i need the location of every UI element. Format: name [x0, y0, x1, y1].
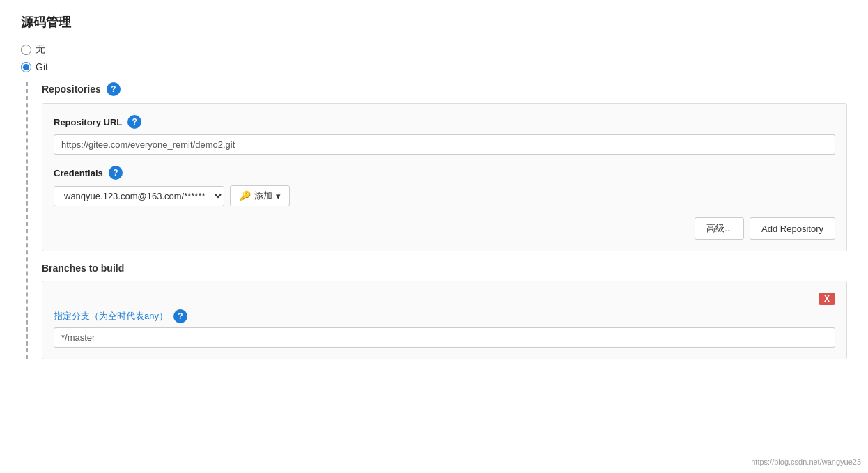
repository-url-group: Repository URL ?	[54, 115, 835, 155]
add-credentials-button[interactable]: 🔑 添加 ▾	[230, 185, 290, 206]
radio-git-label: Git	[36, 61, 48, 72]
repositories-help-icon[interactable]: ?	[107, 82, 121, 96]
radio-item-none[interactable]: 无	[21, 43, 847, 56]
branch-input[interactable]	[54, 327, 835, 348]
page-title: 源码管理	[21, 14, 847, 31]
repository-url-help-icon[interactable]: ?	[127, 115, 141, 129]
credentials-row: wanqyue.123.com@163.com/****** 🔑 添加 ▾	[54, 185, 835, 206]
scm-config-container: Repositories ? Repository URL ?	[26, 82, 847, 359]
branches-container: Branches to build X 指定分支（为空时代表any） ?	[42, 263, 847, 359]
radio-group: 无 Git	[21, 43, 847, 72]
add-repository-button[interactable]: Add Repository	[750, 217, 835, 240]
repositories-title: Repositories	[42, 84, 101, 95]
branch-remove-row: X	[54, 293, 835, 305]
repository-url-label-row: Repository URL ?	[54, 115, 835, 129]
radio-item-git[interactable]: Git	[21, 61, 847, 72]
credentials-help-icon[interactable]: ?	[109, 166, 123, 180]
branches-header: Branches to build	[42, 263, 847, 274]
repositories-container: Repositories ? Repository URL ?	[42, 82, 847, 251]
repository-card: Repository URL ? Credentials ?	[42, 103, 847, 251]
branch-help-icon[interactable]: ?	[173, 309, 187, 323]
branch-card-body: X 指定分支（为空时代表any） ?	[42, 281, 846, 359]
add-credentials-label: 添加	[254, 189, 272, 202]
credentials-label: Credentials	[54, 168, 103, 178]
repository-card-body: Repository URL ? Credentials ?	[42, 104, 846, 251]
radio-git[interactable]	[21, 62, 31, 72]
dropdown-arrow-icon: ▾	[276, 191, 281, 201]
credentials-group: Credentials ? wanqyue.123.com@163.com/**…	[54, 166, 835, 206]
repository-url-input[interactable]	[54, 134, 835, 155]
credentials-label-row: Credentials ?	[54, 166, 835, 180]
watermark: https://blog.csdn.net/wangyue23	[751, 458, 861, 466]
radio-none-label: 无	[36, 43, 45, 56]
branches-title: Branches to build	[42, 263, 124, 274]
repository-url-label: Repository URL	[54, 117, 122, 127]
credentials-select[interactable]: wanqyue.123.com@163.com/******	[54, 186, 224, 206]
repositories-header: Repositories ?	[42, 82, 847, 96]
branch-label-row: 指定分支（为空时代表any） ?	[54, 309, 835, 323]
repo-actions-row: 高级... Add Repository	[54, 217, 835, 240]
radio-none[interactable]	[21, 45, 31, 55]
branch-label: 指定分支（为空时代表any）	[54, 310, 168, 323]
key-icon: 🔑	[239, 190, 251, 201]
remove-branch-button[interactable]: X	[819, 293, 835, 305]
branch-card: X 指定分支（为空时代表any） ?	[42, 281, 847, 359]
advanced-button[interactable]: 高级...	[695, 217, 744, 240]
